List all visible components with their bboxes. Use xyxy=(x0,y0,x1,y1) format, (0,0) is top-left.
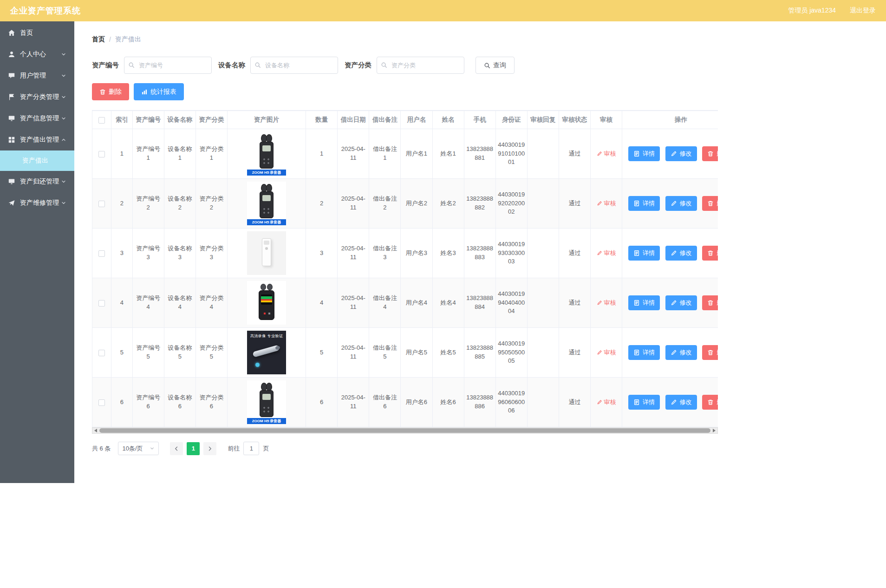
sidebar-item-user-management[interactable]: 用户管理 xyxy=(0,65,74,86)
edit-icon xyxy=(597,201,602,206)
audit-link[interactable]: 审核 xyxy=(597,249,616,257)
detail-button[interactable]: 详情 xyxy=(628,395,660,410)
actions-cell: 详情 修改 删除 xyxy=(622,129,718,179)
delete-button[interactable]: 删除 xyxy=(702,395,718,410)
page-1-button[interactable]: 1 xyxy=(187,442,200,455)
sidebar-subitem-asset-lending[interactable]: 资产借出 xyxy=(0,150,74,171)
scrollbar-thumb[interactable] xyxy=(99,428,710,433)
page-size-select[interactable]: 10条/页 xyxy=(118,442,159,455)
audit-reply-cell xyxy=(527,129,559,179)
audit-link[interactable]: 审核 xyxy=(597,150,616,158)
asset-image[interactable]: ZOOM H5 录音器 xyxy=(247,132,286,176)
detail-button[interactable]: 详情 xyxy=(628,246,660,261)
detail-button[interactable]: 详情 xyxy=(628,295,660,310)
name-cell: 姓名3 xyxy=(432,229,464,278)
chevron-up-icon xyxy=(61,137,66,143)
asset-no-cell: 资产编号5 xyxy=(132,328,164,378)
audit-link[interactable]: 审核 xyxy=(597,199,616,208)
chevron-down-icon xyxy=(61,94,66,100)
asset-image-cell: 高清录像 专业验证 xyxy=(227,328,306,378)
index-cell: 1 xyxy=(111,129,132,179)
delete-button[interactable]: 删除 xyxy=(702,295,718,310)
row-checkbox[interactable] xyxy=(98,151,105,157)
row-checkbox[interactable] xyxy=(98,250,105,257)
chat-icon xyxy=(8,72,16,80)
sidebar-item-label: 个人中心 xyxy=(20,50,61,59)
sidebar-item-personal-center[interactable]: 个人中心 xyxy=(0,44,74,65)
user-icon xyxy=(8,51,16,59)
edit-button[interactable]: 修改 xyxy=(665,295,697,310)
logout-link[interactable]: 退出登录 xyxy=(850,7,876,15)
column-header: 姓名 xyxy=(432,111,464,129)
sidebar-item-asset-info-management[interactable]: 资产信息管理 xyxy=(0,108,74,129)
asset-category-cell: 资产分类2 xyxy=(195,179,227,229)
asset-image[interactable]: 高清录像 专业验证 xyxy=(247,331,286,374)
asset-category-input[interactable] xyxy=(377,57,464,74)
breadcrumb-home[interactable]: 首页 xyxy=(92,35,105,44)
device-name-input[interactable] xyxy=(250,57,338,74)
edit-button[interactable]: 修改 xyxy=(665,146,697,161)
detail-button[interactable]: 详情 xyxy=(628,196,660,211)
audit-reply-cell xyxy=(527,328,559,378)
sidebar-item-asset-lending-management[interactable]: 资产借出管理 xyxy=(0,129,74,150)
delete-button[interactable]: 删除 xyxy=(702,246,718,261)
audit-link[interactable]: 审核 xyxy=(597,398,616,406)
column-header: 资产分类 xyxy=(195,111,227,129)
prev-page-button[interactable] xyxy=(170,442,183,455)
edit-button[interactable]: 修改 xyxy=(665,196,697,211)
delete-button[interactable]: 删除 xyxy=(702,146,718,161)
sidebar-item-home[interactable]: 首页 xyxy=(0,22,74,44)
edit-button[interactable]: 修改 xyxy=(665,345,697,360)
sidebar-item-asset-return-management[interactable]: 资产归还管理 xyxy=(0,171,74,192)
topbar-right: 管理员 java1234 退出登录 xyxy=(788,7,876,15)
delete-button[interactable]: 删除 xyxy=(702,196,718,211)
username-cell: 用户名2 xyxy=(401,179,432,229)
sidebar-item-asset-category-management[interactable]: 资产分类管理 xyxy=(0,86,74,108)
asset-image[interactable]: ZOOM H5 录音器 xyxy=(247,182,286,225)
edit-button[interactable]: 修改 xyxy=(665,246,697,261)
admin-user-link[interactable]: 管理员 java1234 xyxy=(788,7,836,15)
asset-no-input[interactable] xyxy=(124,57,212,74)
chevron-down-icon xyxy=(61,200,66,206)
edit-button[interactable]: 修改 xyxy=(665,395,697,410)
sidebar-item-asset-repair-management[interactable]: 资产维修管理 xyxy=(0,192,74,214)
asset-image-cell xyxy=(227,229,306,278)
select-all-checkbox[interactable] xyxy=(98,117,105,124)
row-checkbox[interactable] xyxy=(98,350,105,356)
audit-link[interactable]: 审核 xyxy=(597,348,616,357)
quantity-cell: 1 xyxy=(306,129,338,179)
audit-link[interactable]: 审核 xyxy=(597,299,616,307)
statistics-report-button[interactable]: 统计报表 xyxy=(134,83,184,100)
asset-image[interactable] xyxy=(247,231,286,275)
horizontal-scrollbar[interactable] xyxy=(92,427,718,434)
column-header: 数量 xyxy=(306,111,338,129)
asset-image[interactable]: ZOOM H5 录音器 xyxy=(247,380,286,424)
next-page-button[interactable] xyxy=(203,442,216,455)
device-name-cell: 设备名称1 xyxy=(164,129,195,179)
detail-button[interactable]: 详情 xyxy=(628,146,660,161)
asset-image[interactable] xyxy=(247,281,286,325)
row-checkbox[interactable] xyxy=(98,399,105,406)
bulk-delete-button[interactable]: 删除 xyxy=(92,83,129,100)
lend-date-cell: 2025-04-11 xyxy=(338,328,369,378)
phone-cell: 13823888884 xyxy=(464,278,495,328)
actions-cell: 详情 修改 删除 xyxy=(622,378,718,427)
name-cell: 姓名6 xyxy=(432,378,464,427)
row-checkbox[interactable] xyxy=(98,300,105,307)
id-card-cell: 440300199303030003 xyxy=(495,229,527,278)
actions-cell: 详情 修改 删除 xyxy=(622,179,718,229)
edit-icon xyxy=(597,399,602,405)
audit-reply-cell xyxy=(527,179,559,229)
lend-date-cell: 2025-04-11 xyxy=(338,179,369,229)
detail-button[interactable]: 详情 xyxy=(628,345,660,360)
index-cell: 5 xyxy=(111,328,132,378)
row-checkbox[interactable] xyxy=(98,201,105,207)
quantity-cell: 5 xyxy=(306,328,338,378)
id-card-cell: 440300199404040004 xyxy=(495,278,527,328)
goto-page-input[interactable] xyxy=(243,442,259,455)
scroll-left-arrow[interactable] xyxy=(92,428,99,433)
query-button[interactable]: 查询 xyxy=(476,57,515,74)
main-content: 首页 / 资产借出 资产编号 设备名称 资产分类 查询 xyxy=(74,21,886,469)
scroll-right-arrow[interactable] xyxy=(711,428,717,433)
delete-button[interactable]: 删除 xyxy=(702,345,718,360)
